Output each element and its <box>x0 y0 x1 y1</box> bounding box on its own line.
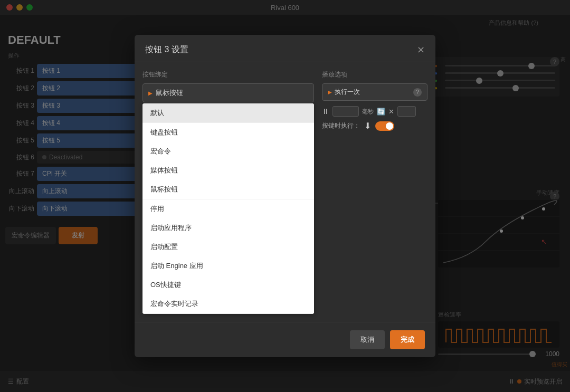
menu-item-keyboard[interactable]: 键盘按钮 <box>142 123 314 142</box>
on-key-row: 按键时执行： ⬇ <box>322 121 428 131</box>
download-icon: ⬇ <box>364 121 371 131</box>
toggle-knob <box>386 122 393 130</box>
menu-section-more: 停用 启动应用程序 启动配置 启动 Engine 应用 OS快捷键 宏命令实时记… <box>142 199 314 314</box>
playback-col-label: 播放选项 <box>322 70 428 79</box>
playback-column: 播放选项 ▶ 执行一次 ? ⏸ 毫秒 🔄 ✕ 按键时执行： ⬇ <box>322 70 428 314</box>
repeat-icon[interactable]: 🔄 <box>377 108 385 116</box>
repeat-input[interactable] <box>397 106 416 117</box>
menu-item-disable[interactable]: 停用 <box>142 199 314 218</box>
modal-close-button[interactable]: ✕ <box>417 45 425 55</box>
playback-controls-row: ⏸ 毫秒 🔄 ✕ <box>322 106 428 117</box>
ms-label: 毫秒 <box>362 108 374 116</box>
modal-overlay: 按钮 3 设置 ✕ 按钮绑定 ▶ 鼠标按钮 默认 <box>0 0 570 392</box>
on-key-toggle[interactable] <box>375 121 394 131</box>
menu-item-launch-config[interactable]: 启动配置 <box>142 237 314 256</box>
playback-arrow-icon: ▶ <box>328 89 332 95</box>
modal-title: 按钮 3 设置 <box>145 44 188 55</box>
playback-help-icon[interactable]: ? <box>413 88 422 97</box>
binding-dropdown[interactable]: ▶ 鼠标按钮 <box>142 83 314 102</box>
binding-column: 按钮绑定 ▶ 鼠标按钮 默认 键盘按钮 宏命令 <box>142 70 314 314</box>
binding-dropdown-menu: 默认 键盘按钮 宏命令 媒体按钮 鼠标按钮 停用 启动应用程序 启动配置 启 <box>142 103 314 314</box>
playback-mode-dropdown[interactable]: ▶ 执行一次 ? <box>322 83 428 101</box>
modal-body: 按钮绑定 ▶ 鼠标按钮 默认 键盘按钮 宏命令 <box>135 62 435 322</box>
dropdown-arrow-icon: ▶ <box>148 90 153 96</box>
modal-header: 按钮 3 设置 ✕ <box>135 35 435 62</box>
menu-item-os-shortcut[interactable]: OS快捷键 <box>142 275 314 294</box>
menu-item-launch-app[interactable]: 启动应用程序 <box>142 218 314 237</box>
menu-item-macro[interactable]: 宏命令 <box>142 142 314 161</box>
ms-input[interactable] <box>332 106 359 117</box>
binding-col-label: 按钮绑定 <box>142 70 314 79</box>
menu-item-macro-record[interactable]: 宏命令实时记录 <box>142 294 314 313</box>
menu-section-actions: 键盘按钮 宏命令 媒体按钮 鼠标按钮 <box>142 123 314 199</box>
menu-item-launch-engine[interactable]: 启动 Engine 应用 <box>142 256 314 275</box>
times-icon: ✕ <box>388 108 394 116</box>
binding-selected-value: 鼠标按钮 <box>156 88 183 98</box>
confirm-button[interactable]: 完成 <box>390 330 425 349</box>
button-settings-modal: 按钮 3 设置 ✕ 按钮绑定 ▶ 鼠标按钮 默认 <box>135 35 435 357</box>
modal-footer: 取消 完成 <box>135 322 435 357</box>
playback-mode-value: 执行一次 <box>335 88 360 97</box>
menu-item-mouse[interactable]: 鼠标按钮 <box>142 180 314 199</box>
cancel-button[interactable]: 取消 <box>350 330 385 349</box>
on-key-label: 按键时执行： <box>322 121 360 130</box>
pause-button[interactable]: ⏸ <box>322 107 329 116</box>
menu-section-default: 默认 <box>142 103 314 123</box>
menu-item-media[interactable]: 媒体按钮 <box>142 161 314 180</box>
menu-item-default[interactable]: 默认 <box>142 103 314 122</box>
